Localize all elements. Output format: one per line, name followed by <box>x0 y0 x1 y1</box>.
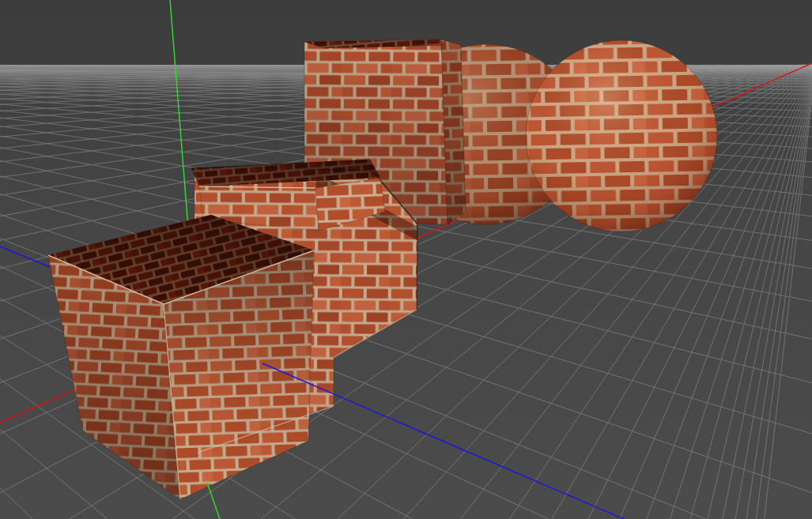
scene-canvas[interactable] <box>0 0 812 519</box>
3d-scene-viewport[interactable] <box>0 0 812 519</box>
brick-sphere-front[interactable] <box>526 40 717 231</box>
